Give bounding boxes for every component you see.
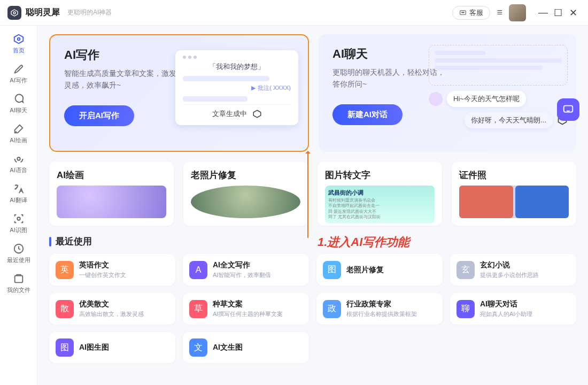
chat-icon <box>13 93 25 105</box>
svg-point-1 <box>13 12 16 14</box>
recent-grid: 英英语作文一键创作英文作文AAI全文写作AI智能写作，效率翻倍图老照片修复玄玄幻… <box>49 254 576 363</box>
svg-point-5 <box>464 12 465 12</box>
recent-item[interactable]: 玄玄幻小说提供更多小说创作思路 <box>450 254 576 286</box>
recent-item-sub: 根据行业名称提供政策框架 <box>346 310 417 318</box>
recent-item-title: 行业政策专家 <box>346 299 417 309</box>
recent-item[interactable]: 散优美散文高效输出散文，激发灵感 <box>49 293 175 325</box>
recent-item-title: AI文生图 <box>213 343 243 352</box>
sidebar-item-label: 我的文件 <box>7 286 30 294</box>
svg-point-8 <box>17 157 20 160</box>
user-avatar[interactable] <box>509 4 526 21</box>
write-preview-note: ▶ 批注( XXXX) <box>183 84 291 92</box>
svg-point-4 <box>463 12 463 12</box>
recent-item[interactable]: 聊AI聊天对话宛如真人的AI小助理 <box>450 293 576 325</box>
recent-item[interactable]: 文AI文生图 <box>183 332 309 363</box>
customer-service-label: 客服 <box>469 8 483 18</box>
home-icon <box>13 33 25 45</box>
recent-item-title: 老照片修复 <box>346 265 384 275</box>
chat-preview-panel: Hi~今天的天气怎样呢 你好呀，今天天气晴朗... <box>429 45 568 128</box>
window-close-button[interactable]: ✕ <box>566 7 581 19</box>
recent-item[interactable]: 政行业政策专家根据行业名称提供政策框架 <box>316 293 443 325</box>
svg-point-9 <box>17 217 20 220</box>
recent-item-sub: AI智能写作，效率翻倍 <box>213 271 271 279</box>
recent-item-icon: 图 <box>56 338 74 357</box>
recent-item-title: 种草文案 <box>213 299 283 309</box>
recent-item-icon: 文 <box>189 338 207 357</box>
write-preview-status: 文章生成中 <box>183 104 291 119</box>
recent-item-title: 玄幻小说 <box>480 260 539 270</box>
paint-icon <box>13 123 25 135</box>
sidebar-item-label: AI绘画 <box>10 136 27 144</box>
hero-ai-write-card[interactable]: AI写作 智能生成高质量文章和文案，激发灵感，效率飙升~ 开启AI写作 AI 「… <box>49 34 309 152</box>
annotation-arrow <box>307 152 308 238</box>
svg-marker-0 <box>11 10 18 16</box>
recent-item-icon: 玄 <box>457 261 475 279</box>
write-preview-panel: 「我和我的梦想」 ▶ 批注( XXXX) 文章生成中 <box>175 50 298 125</box>
recent-item-icon: 图 <box>323 261 341 279</box>
sidebar-item-label: AI聊天 <box>10 106 27 114</box>
chat-bubble-answer: 你好呀，今天天气晴朗... <box>465 112 553 128</box>
recent-item-title: AI聊天对话 <box>480 299 532 309</box>
sidebar-item-paint[interactable]: AI绘画 <box>3 120 34 148</box>
customer-service-button[interactable]: 客服 <box>452 6 490 20</box>
app-logo-icon <box>7 6 21 20</box>
recent-item-sub: 高效输出散文，激发灵感 <box>79 310 144 318</box>
recent-item-title: AI全文写作 <box>213 260 271 270</box>
translate-icon <box>13 183 25 195</box>
new-ai-chat-button[interactable]: 新建AI对话 <box>332 104 403 125</box>
tool-title: AI绘画 <box>57 169 166 181</box>
sidebar-item-ocr[interactable]: AI识图 <box>3 210 34 237</box>
tool-card-idphoto[interactable]: 证件照 <box>452 161 576 226</box>
files-icon <box>13 273 25 284</box>
write-preview-quote: 「我和我的梦想」 <box>183 62 291 72</box>
recent-item-title: 优美散文 <box>79 299 144 309</box>
hero-write-desc: 智能生成高质量文章和文案，激发灵感，效率飙升~ <box>64 67 176 91</box>
sidebar-item-label: AI写作 <box>10 76 27 84</box>
annotation-text: 1.进入AI写作功能 <box>318 234 409 250</box>
ocr-icon <box>13 213 25 225</box>
titlebar: 聪明灵犀 更聪明的AI神器 客服 ≡ — ☐ ✕ <box>0 0 588 26</box>
recent-item[interactable]: AAI全文写作AI智能写作，效率翻倍 <box>183 254 309 286</box>
recent-item-icon: 聊 <box>457 300 475 318</box>
main-content: AI写作 智能生成高质量文章和文案，激发灵感，效率飙升~ 开启AI写作 AI 「… <box>37 26 588 385</box>
recent-item-sub: 提供更多小说创作思路 <box>480 271 539 279</box>
recent-item[interactable]: 图AI图生图 <box>49 332 175 363</box>
recent-item-icon: 草 <box>189 300 207 318</box>
recent-item[interactable]: 草种草文案AI撰写任何主题的种草文案 <box>183 293 309 325</box>
hero-chat-desc: 更聪明的聊天机器人，轻松对话，答你所问~ <box>332 66 445 90</box>
sidebar-item-home[interactable]: 首页 <box>3 30 34 58</box>
recent-item[interactable]: 英英语作文一键创作英文作文 <box>49 254 175 286</box>
sidebar-item-translate[interactable]: AI翻译 <box>3 180 34 207</box>
chat-fab-icon[interactable] <box>557 98 579 121</box>
recent-heading: 最近使用 <box>56 235 92 248</box>
svg-marker-12 <box>253 110 261 118</box>
tool-card-paint[interactable]: AI绘画 <box>49 161 174 226</box>
tool-title: 老照片修复 <box>191 169 300 181</box>
menu-icon[interactable]: ≡ <box>497 7 502 18</box>
sidebar-item-label: AI翻译 <box>10 196 27 204</box>
voice-icon <box>13 153 25 165</box>
window-maximize-button[interactable]: ☐ <box>551 7 566 19</box>
sidebar-item-label: 首页 <box>13 47 25 55</box>
recent-item[interactable]: 图老照片修复 <box>316 254 443 286</box>
sidebar-item-files[interactable]: 我的文件 <box>3 270 34 297</box>
recent-icon <box>13 243 25 255</box>
window-minimize-button[interactable]: — <box>536 7 551 18</box>
recent-item-icon: 散 <box>56 300 74 318</box>
tool-card-photo[interactable]: 老照片修复 <box>183 161 308 226</box>
svg-point-3 <box>462 12 462 12</box>
svg-marker-6 <box>14 35 23 44</box>
sidebar-item-label: AI语音 <box>10 166 27 174</box>
start-ai-write-button[interactable]: 开启AI写作 <box>64 105 134 126</box>
hero-ai-chat-card[interactable]: AI聊天 更聪明的聊天机器人，轻松对话，答你所问~ 新建AI对话 Hi~今天的天… <box>319 34 576 152</box>
recent-item-icon: 英 <box>56 261 74 279</box>
tool-card-ocr[interactable]: 图片转文字武昌街的小调有时候到重庆演奏书总会不自觉地哼起武昌街去走一回 最近发现… <box>318 161 442 226</box>
sidebar-item-chat[interactable]: AI聊天 <box>3 90 34 118</box>
svg-point-7 <box>17 38 20 41</box>
sidebar-item-voice[interactable]: AI语音 <box>3 150 34 178</box>
sidebar-item-recent[interactable]: 最近使用 <box>3 240 34 267</box>
recent-item-title: AI图生图 <box>79 343 109 352</box>
app-subtitle: 更聪明的AI神器 <box>67 8 112 17</box>
write-icon <box>13 63 25 75</box>
sidebar-item-write[interactable]: AI写作 <box>3 60 34 88</box>
